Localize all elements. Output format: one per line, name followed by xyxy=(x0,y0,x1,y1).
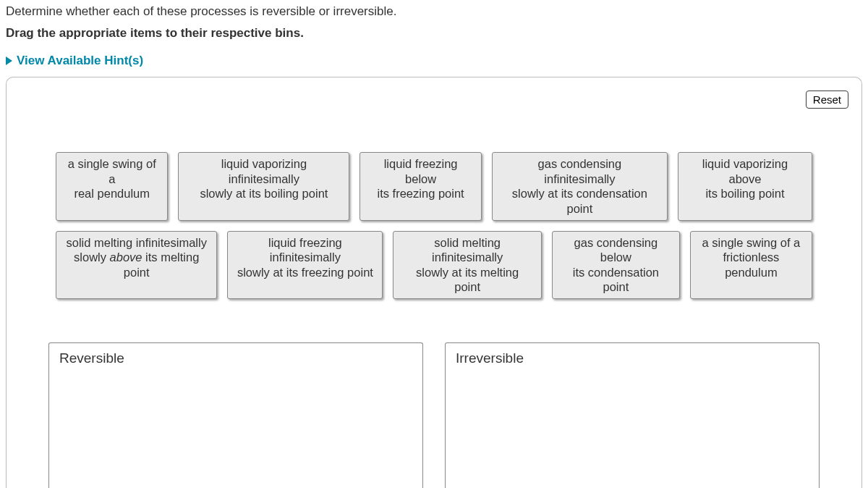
draggable-item[interactable]: liquid freezing infinitesimallyslowly at… xyxy=(227,231,383,300)
draggable-item[interactable]: solid melting infinitesimallyslowly at i… xyxy=(393,231,542,300)
bin-irreversible[interactable]: Irreversible xyxy=(445,342,820,488)
triangle-right-icon xyxy=(6,56,12,65)
bin-reversible[interactable]: Reversible xyxy=(48,342,423,488)
draggable-item[interactable]: liquid vaporizing aboveits boiling point xyxy=(678,152,812,221)
draggable-item[interactable]: solid melting infinitesimallyslowly abov… xyxy=(56,231,217,300)
draggable-item[interactable]: liquid freezing belowits freezing point xyxy=(359,152,482,221)
question-text: Determine whether each of these processe… xyxy=(6,4,862,19)
bins-row: Reversible Irreversible xyxy=(20,342,848,488)
item-row-2: solid melting infinitesimallyslowly abov… xyxy=(56,231,812,300)
view-hints-label: View Available Hint(s) xyxy=(17,54,143,68)
draggable-item[interactable]: gas condensing infinitesimallyslowly at … xyxy=(492,152,668,221)
bin-title: Irreversible xyxy=(456,350,809,366)
draggable-item[interactable]: liquid vaporizing infinitesimallyslowly … xyxy=(178,152,349,221)
activity-container: Reset a single swing of areal pendulum l… xyxy=(6,77,862,488)
draggable-item[interactable]: a single swing of areal pendulum xyxy=(56,152,168,221)
bin-title: Reversible xyxy=(59,350,412,366)
draggable-item[interactable]: a single swing of africtionless pendulum xyxy=(690,231,812,300)
draggable-items-area: a single swing of areal pendulum liquid … xyxy=(56,152,812,299)
draggable-item[interactable]: gas condensing belowits condensation poi… xyxy=(552,231,680,300)
item-row-1: a single swing of areal pendulum liquid … xyxy=(56,152,812,221)
view-hints-toggle[interactable]: View Available Hint(s) xyxy=(6,54,143,68)
reset-button[interactable]: Reset xyxy=(806,91,848,109)
instruction-text: Drag the appropriate items to their resp… xyxy=(6,26,862,41)
